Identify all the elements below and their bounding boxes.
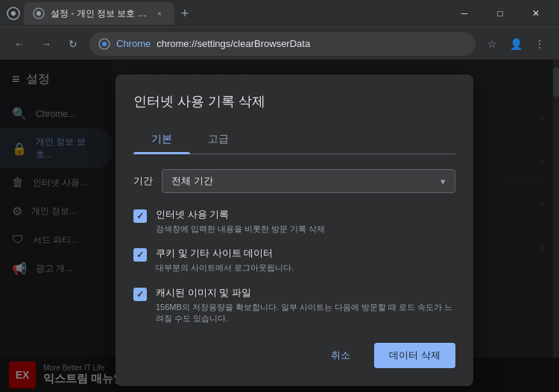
- tab-close-button[interactable]: ×: [154, 7, 165, 19]
- checkbox-cache-title: 캐시된 이미지 및 파일: [156, 286, 455, 300]
- tab-title: 설정 - 개인 정보 보호 및 보안: [51, 7, 148, 20]
- checkbox-browsing-history: ✓ 인터넷 사용 기록 검색창에 입력한 내용을 비롯한 방문 기록 삭제: [133, 208, 455, 235]
- checkbox-browsing-box[interactable]: ✓: [133, 209, 147, 223]
- check-icon-3: ✓: [136, 289, 144, 300]
- chrome-brand: Chrome: [116, 38, 151, 49]
- checkbox-cookies-title: 쿠키 및 기타 사이트 데이터: [156, 247, 455, 260]
- tab-advanced[interactable]: 고급: [190, 125, 247, 154]
- checkbox-cookies-desc: 대부분의 사이트에서 로그아웃됩니다.: [156, 262, 455, 274]
- profile-button[interactable]: 👤: [505, 34, 526, 54]
- time-label: 기간: [133, 174, 153, 188]
- site-icon: [98, 38, 110, 50]
- menu-button[interactable]: ⋮: [529, 34, 550, 54]
- checkbox-cache-box[interactable]: ✓: [133, 288, 147, 301]
- bookmark-button[interactable]: ☆: [481, 34, 502, 54]
- time-value: 전체 기간: [171, 174, 213, 188]
- time-row: 기간 전체 기간 ▾: [133, 169, 455, 193]
- dropdown-arrow-icon: ▾: [440, 176, 446, 187]
- checkbox-cache-text: 캐시된 이미지 및 파일 156MB의 저장용량을 확보합니다. 일부 사이트는…: [156, 286, 455, 325]
- address-bar[interactable]: Chrome chrome://settings/clearBrowserDat…: [89, 32, 476, 56]
- maximize-button[interactable]: □: [483, 1, 517, 25]
- checkbox-cookies-text: 쿠키 및 기타 사이트 데이터 대부분의 사이트에서 로그아웃됩니다.: [156, 247, 455, 274]
- refresh-button[interactable]: ↻: [63, 34, 83, 54]
- back-button[interactable]: ←: [9, 34, 30, 54]
- tab-area: 설정 - 개인 정보 보호 및 보안 × +: [6, 2, 447, 25]
- checkbox-browsing-title: 인터넷 사용 기록: [156, 208, 455, 221]
- new-tab-button[interactable]: +: [174, 3, 195, 24]
- cancel-button[interactable]: 취소: [316, 343, 365, 368]
- window-controls: ─ □ ✕: [447, 1, 553, 25]
- checkbox-browsing-desc: 검색창에 입력한 내용을 비롯한 방문 기록 삭제: [156, 224, 455, 235]
- active-tab[interactable]: 설정 - 개인 정보 보호 및 보안 ×: [24, 2, 174, 25]
- checkbox-cookies: ✓ 쿠키 및 기타 사이트 데이터 대부분의 사이트에서 로그아웃됩니다.: [133, 247, 455, 274]
- modal-title: 인터넷 사용 기록 삭제: [133, 92, 455, 110]
- minimize-button[interactable]: ─: [447, 1, 481, 25]
- url-text: chrome://settings/clearBrowserData: [157, 38, 310, 49]
- tab-basic[interactable]: 기본: [133, 125, 190, 154]
- main-area: ≡ 설정 🔍 Chrome... 🔒 개인 정보 보호... 🗑 인터넷 사용.…: [0, 60, 559, 392]
- svg-point-5: [102, 42, 107, 46]
- tab-favicon: [33, 7, 45, 19]
- clear-data-modal: 인터넷 사용 기록 삭제 기본 고급 기간 전체 기간 ▾ ✓: [116, 75, 473, 386]
- nav-bar: ← → ↻ Chrome chrome://settings/clearBrow…: [0, 27, 559, 60]
- close-button[interactable]: ✕: [519, 1, 553, 25]
- modal-overlay: 인터넷 사용 기록 삭제 기본 고급 기간 전체 기간 ▾ ✓: [0, 60, 559, 392]
- checkbox-cookies-box[interactable]: ✓: [133, 248, 147, 262]
- checkbox-cache-desc: 156MB의 저장용량을 확보합니다. 일부 사이트는 다음에 방문할 때 로드…: [156, 302, 455, 325]
- title-bar: 설정 - 개인 정보 보호 및 보안 × + ─ □ ✕: [0, 0, 559, 27]
- chrome-menu-icon[interactable]: [6, 6, 21, 21]
- svg-point-1: [11, 11, 16, 16]
- delete-button[interactable]: 데이터 삭제: [374, 343, 455, 368]
- modal-footer: 취소 데이터 삭제: [133, 343, 455, 368]
- checkbox-browsing-text: 인터넷 사용 기록 검색창에 입력한 내용을 비롯한 방문 기록 삭제: [156, 208, 455, 235]
- forward-button[interactable]: →: [36, 34, 57, 54]
- check-icon-2: ✓: [136, 250, 144, 260]
- svg-point-3: [37, 11, 41, 16]
- check-icon: ✓: [136, 211, 144, 221]
- time-select[interactable]: 전체 기간 ▾: [162, 169, 455, 193]
- checkbox-cache: ✓ 캐시된 이미지 및 파일 156MB의 저장용량을 확보합니다. 일부 사이…: [133, 286, 455, 325]
- modal-tabs: 기본 고급: [133, 125, 455, 154]
- nav-right: ☆ 👤 ⋮: [481, 34, 550, 54]
